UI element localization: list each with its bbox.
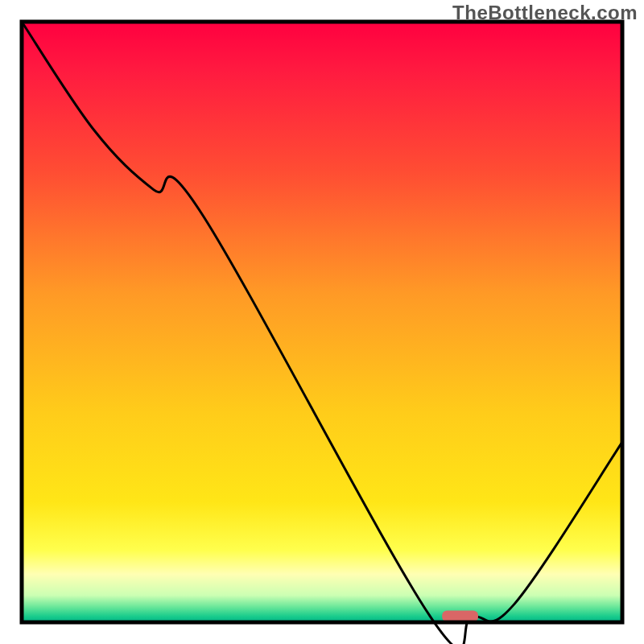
bottleneck-chart (0, 0, 644, 644)
plot-background (22, 22, 622, 622)
watermark-text: TheBottleneck.com (452, 2, 638, 24)
chart-container: { "watermark": "TheBottleneck.com", "cha… (0, 0, 644, 644)
optimal-marker (442, 611, 478, 622)
